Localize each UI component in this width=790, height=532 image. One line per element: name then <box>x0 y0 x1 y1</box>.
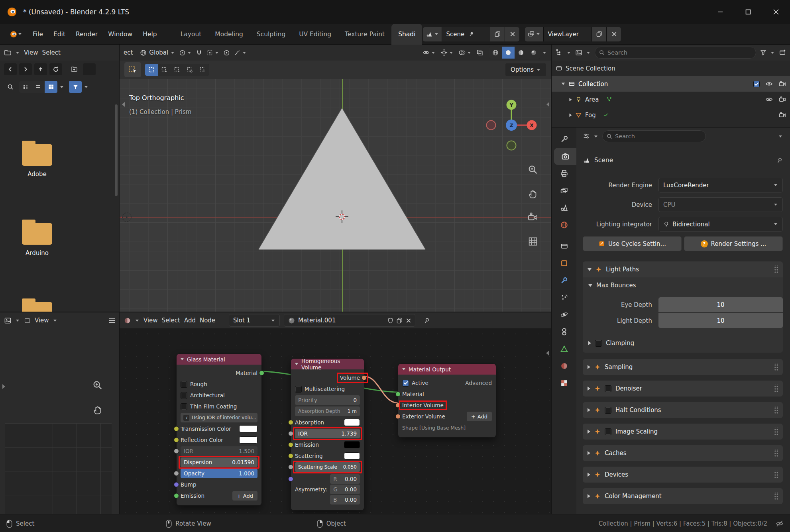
folder-adobe[interactable]: Adobe <box>11 139 63 178</box>
priority-field[interactable]: Priority 0 <box>295 395 360 405</box>
volume-output-socket[interactable] <box>362 375 367 381</box>
editor-type-image-icon[interactable] <box>4 317 12 324</box>
outliner-row-scene-collection[interactable]: Scene Collection <box>552 61 790 76</box>
select-mode-invert-button[interactable] <box>183 64 196 76</box>
section-halt-conditions[interactable]: Halt Conditions <box>583 402 783 418</box>
workspace-tab-sculpting[interactable]: Sculpting <box>250 24 292 45</box>
shader-view-menu[interactable]: View <box>143 317 158 324</box>
material-input-socket[interactable] <box>395 392 401 397</box>
dispersion-slider[interactable]: Dispersion 0.01590 <box>181 457 257 467</box>
region-toggle-arrow[interactable] <box>546 351 549 355</box>
pin-icon[interactable] <box>776 157 783 164</box>
section-denoiser[interactable]: Denoiser <box>583 381 783 397</box>
drag-handle-icon[interactable] <box>774 265 778 273</box>
viewport-canvas[interactable]: Options Top Orthographic (1) Collection … <box>120 61 551 312</box>
scene-name-field[interactable]: Scene <box>442 27 490 41</box>
tab-particles[interactable] <box>552 289 576 306</box>
scrollbar[interactable] <box>115 104 118 196</box>
collapse-icon[interactable] <box>181 358 184 361</box>
clamping-checkbox[interactable] <box>595 340 602 347</box>
eye-depth-field[interactable]: 10 <box>658 297 783 312</box>
transform-orientation-dropdown[interactable]: Global <box>140 49 175 56</box>
tab-constraints[interactable] <box>552 323 576 340</box>
exterior-volume-socket[interactable] <box>395 414 401 419</box>
camera-view-icon[interactable] <box>526 210 540 224</box>
active-checkbox[interactable] <box>402 380 409 387</box>
scene-browse-button[interactable] <box>423 27 442 41</box>
shading-rendered-button[interactable] <box>527 47 540 59</box>
folder-partial[interactable] <box>11 297 63 312</box>
interior-volume-socket[interactable] <box>395 403 401 408</box>
editor-type-outliner-icon[interactable] <box>556 49 563 56</box>
object-menu-clipped[interactable]: ect <box>124 49 133 56</box>
hamburger-menu-icon[interactable] <box>109 318 115 323</box>
tab-tool[interactable] <box>552 131 576 148</box>
search-input[interactable] <box>607 49 752 56</box>
folder-arduino[interactable]: Arduino <box>11 218 63 257</box>
volume-ior-slider[interactable]: IOR 1.739 <box>295 429 360 438</box>
clamping-header[interactable]: Clamping <box>583 337 783 353</box>
back-button[interactable] <box>4 63 17 75</box>
asymmetry-r-field[interactable]: R 0.00 <box>330 474 360 484</box>
transmission-color-socket[interactable] <box>174 426 179 432</box>
display-list-vertical-button[interactable] <box>19 81 32 93</box>
opacity-socket[interactable] <box>174 471 179 476</box>
image-scaling-checkbox[interactable] <box>605 428 611 435</box>
drag-handle-icon[interactable] <box>774 449 778 457</box>
viewlayer-name-field[interactable]: ViewLayer <box>544 27 592 41</box>
chevron-down-icon[interactable] <box>135 319 140 322</box>
image-editor-canvas[interactable] <box>0 328 119 514</box>
drag-handle-icon[interactable] <box>774 363 778 371</box>
new-collection-icon[interactable] <box>779 49 786 56</box>
drag-handle-icon[interactable] <box>774 406 778 414</box>
render-settings-button[interactable]: ? Render Settings ... <box>684 236 783 251</box>
thin-film-checkbox[interactable] <box>181 403 187 410</box>
asymmetry-g-field[interactable]: G 0.00 <box>330 485 360 494</box>
tab-object-data[interactable] <box>552 340 576 357</box>
collection-exclude-checkbox[interactable] <box>753 81 760 87</box>
search-input[interactable] <box>615 133 702 139</box>
expand-icon[interactable] <box>570 113 572 117</box>
expand-icon[interactable] <box>570 98 572 101</box>
file-browser-select-menu[interactable]: Select <box>42 49 61 56</box>
scene-breadcrumb[interactable]: Scene <box>594 157 613 164</box>
region-toggle-arrow[interactable] <box>2 384 5 389</box>
exterior-add-button[interactable]: + Add <box>467 412 492 421</box>
scattering-color-swatch[interactable] <box>344 452 360 459</box>
tab-collection[interactable] <box>552 238 576 255</box>
workspace-tab-uv-editing[interactable]: UV Editing <box>292 24 338 45</box>
drag-handle-icon[interactable] <box>774 428 778 436</box>
workspace-tab-texture-paint[interactable]: Texture Paint <box>338 24 391 45</box>
volume-node-header[interactable]: Homogeneous Volume <box>291 359 364 369</box>
chevron-down-icon[interactable] <box>16 319 20 322</box>
editor-type-properties-icon[interactable] <box>583 133 590 140</box>
section-sampling[interactable]: Sampling <box>583 359 783 375</box>
shading-material-button[interactable] <box>515 47 527 59</box>
zoom-icon[interactable] <box>91 379 104 392</box>
emission-color-swatch[interactable] <box>344 441 360 448</box>
scene-unlink-button[interactable] <box>505 27 519 41</box>
transmission-color-swatch[interactable] <box>239 425 257 432</box>
menu-edit[interactable]: Edit <box>48 27 71 41</box>
blank-toggle[interactable] <box>83 63 96 75</box>
absorption-color-swatch[interactable] <box>344 419 360 426</box>
select-box-tool-button[interactable] <box>124 62 141 77</box>
display-thumbnails-button[interactable] <box>45 81 57 93</box>
workspace-tab-modeling[interactable]: Modeling <box>208 24 250 45</box>
glass-node-header[interactable]: Glass Material <box>177 354 261 365</box>
material-name[interactable]: Material.001 <box>298 317 384 324</box>
shading-solid-button[interactable] <box>502 47 515 59</box>
tab-texture[interactable] <box>552 375 576 392</box>
reflection-color-swatch[interactable] <box>239 436 257 444</box>
file-browser-view-menu[interactable]: View <box>24 49 38 56</box>
region-toggle-arrow[interactable] <box>122 102 125 107</box>
duplicate-icon[interactable] <box>397 318 403 324</box>
halt-conditions-checkbox[interactable] <box>605 407 611 414</box>
shader-node-menu[interactable]: Node <box>200 317 215 324</box>
section-caches[interactable]: Caches <box>583 445 783 461</box>
drag-handle-icon[interactable] <box>774 492 778 500</box>
node-canvas[interactable]: Glass Material Material Rough Architectu… <box>120 328 551 514</box>
snap-target-dropdown[interactable] <box>206 49 219 56</box>
lighting-integrator-dropdown[interactable]: Bidirectional <box>658 217 783 232</box>
render-engine-dropdown[interactable]: LuxCoreRender <box>658 178 783 192</box>
